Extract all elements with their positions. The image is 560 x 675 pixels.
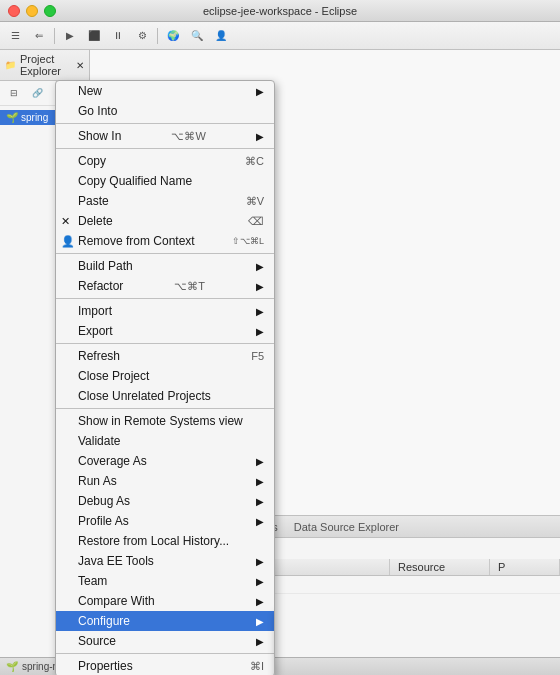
toolbar-btn-3[interactable]: ▶ — [59, 26, 81, 46]
menu-item-coverage-as-label: Coverage As — [78, 454, 147, 468]
refresh-shortcut: F5 — [251, 350, 264, 362]
menu-item-showin[interactable]: Show In ⌥⌘W ▶ — [56, 126, 274, 146]
arrow-debug: ▶ — [256, 496, 264, 507]
menu-item-copy-qualified-label: Copy Qualified Name — [78, 174, 192, 188]
context-menu: New ▶ Go Into Show In ⌥⌘W ▶ Copy ⌘C Copy… — [55, 80, 275, 675]
arrow-icon: ▶ — [256, 86, 264, 97]
tab-datasource[interactable]: Data Source Explorer — [286, 516, 407, 537]
delete-icon: ✕ — [61, 215, 70, 228]
menu-item-new-label: New — [78, 84, 102, 98]
menu-item-source[interactable]: Source ▶ — [56, 631, 274, 651]
separator-1 — [56, 123, 274, 124]
separator-3 — [56, 253, 274, 254]
row-resource — [390, 576, 490, 593]
toolbar-btn-9[interactable]: 👤 — [210, 26, 232, 46]
arrow-source: ▶ — [256, 636, 264, 647]
menu-item-validate-label: Validate — [78, 434, 120, 448]
arrow-coverage: ▶ — [256, 456, 264, 467]
close-button[interactable] — [8, 5, 20, 17]
separator-4 — [56, 298, 274, 299]
arrow-refactor: ▶ — [256, 281, 264, 292]
menu-item-buildpath[interactable]: Build Path ▶ — [56, 256, 274, 276]
menu-item-configure[interactable]: Configure ▶ Configure and Detect Nested … — [56, 611, 274, 631]
menu-item-restore-local-label: Restore from Local History... — [78, 534, 229, 548]
arrow-import: ▶ — [256, 306, 264, 317]
maximize-button[interactable] — [44, 5, 56, 17]
menu-item-import-label: Import — [78, 304, 112, 318]
menu-item-java-ee-label: Java EE Tools — [78, 554, 154, 568]
menu-item-paste-label: Paste — [78, 194, 109, 208]
paste-shortcut: ⌘V — [246, 195, 264, 208]
title-bar: eclipse-jee-workspace - Eclipse — [0, 0, 560, 22]
panel-icon: 📁 — [5, 60, 16, 70]
toolbar-btn-2[interactable]: ⇐ — [28, 26, 50, 46]
separator-2 — [56, 148, 274, 149]
menu-item-close-unrelated[interactable]: Close Unrelated Projects — [56, 386, 274, 406]
toolbar-btn-4[interactable]: ⬛ — [83, 26, 105, 46]
menu-item-close-project[interactable]: Close Project — [56, 366, 274, 386]
menu-item-gointo-label: Go Into — [78, 104, 117, 118]
toolbar-btn-6[interactable]: ⚙ — [131, 26, 153, 46]
menu-item-copy-qualified[interactable]: Copy Qualified Name — [56, 171, 274, 191]
menu-item-refresh[interactable]: Refresh F5 — [56, 346, 274, 366]
menu-item-team[interactable]: Team ▶ — [56, 571, 274, 591]
toolbar-btn-7[interactable]: 🌍 — [162, 26, 184, 46]
minimize-button[interactable] — [26, 5, 38, 17]
row-path — [490, 576, 560, 593]
remove-context-icon: 👤 — [61, 235, 75, 248]
panel-title: Project Explorer — [20, 53, 76, 77]
arrow-icon-showin: ▶ — [256, 131, 264, 142]
menu-item-showin-label: Show In — [78, 129, 121, 143]
toolbar-sep-2 — [157, 28, 158, 44]
menu-item-export-label: Export — [78, 324, 113, 338]
toolbar-btn-8[interactable]: 🔍 — [186, 26, 208, 46]
separator-5 — [56, 343, 274, 344]
menu-item-remove-context-label: Remove from Context — [78, 234, 195, 248]
menu-item-compare-label: Compare With — [78, 594, 155, 608]
traffic-lights — [8, 5, 56, 17]
window-title: eclipse-jee-workspace - Eclipse — [203, 5, 357, 17]
menu-item-export[interactable]: Export ▶ — [56, 321, 274, 341]
copy-shortcut: ⌘C — [245, 155, 264, 168]
menu-item-java-ee[interactable]: Java EE Tools ▶ — [56, 551, 274, 571]
menu-item-compare[interactable]: Compare With ▶ — [56, 591, 274, 611]
menu-item-remove-context[interactable]: 👤 Remove from Context ⇧⌥⌘L — [56, 231, 274, 251]
menu-item-coverage-as[interactable]: Coverage As ▶ — [56, 451, 274, 471]
link-editor-btn[interactable]: 🔗 — [26, 83, 48, 103]
delete-shortcut: ⌫ — [248, 215, 264, 228]
showin-shortcut: ⌥⌘W — [171, 130, 205, 143]
arrow-team: ▶ — [256, 576, 264, 587]
menu-item-source-label: Source — [78, 634, 116, 648]
col-path: P — [490, 559, 560, 575]
menu-item-gointo[interactable]: Go Into — [56, 101, 274, 121]
menu-item-restore-local[interactable]: Restore from Local History... — [56, 531, 274, 551]
arrow-configure: ▶ — [256, 616, 264, 627]
menu-item-run-as[interactable]: Run As ▶ — [56, 471, 274, 491]
menu-item-validate[interactable]: Validate — [56, 431, 274, 451]
menu-item-copy[interactable]: Copy ⌘C — [56, 151, 274, 171]
toolbar-btn-1[interactable]: ☰ — [4, 26, 26, 46]
menu-item-new[interactable]: New ▶ — [56, 81, 274, 101]
menu-item-buildpath-label: Build Path — [78, 259, 133, 273]
toolbar-btn-5[interactable]: ⏸ — [107, 26, 129, 46]
menu-item-properties[interactable]: Properties ⌘I — [56, 656, 274, 675]
panel-header: 📁 Project Explorer ✕ — [0, 50, 89, 81]
menu-item-debug-as[interactable]: Debug As ▶ — [56, 491, 274, 511]
menu-item-delete[interactable]: ✕ Delete ⌫ — [56, 211, 274, 231]
menu-item-close-project-label: Close Project — [78, 369, 149, 383]
collapse-all-btn[interactable]: ⊟ — [3, 83, 25, 103]
separator-7 — [56, 653, 274, 654]
menu-item-import[interactable]: Import ▶ — [56, 301, 274, 321]
separator-6 — [56, 408, 274, 409]
refactor-shortcut: ⌥⌘T — [174, 280, 205, 293]
menu-item-refactor[interactable]: Refactor ⌥⌘T ▶ — [56, 276, 274, 296]
menu-item-team-label: Team — [78, 574, 107, 588]
configure-submenu: Configure and Detect Nested Projects... … — [274, 609, 275, 675]
main-area: 📁 Project Explorer ✕ ⊟ 🔗 ▼ 🌱 spring New … — [0, 50, 560, 675]
menu-item-profile-as[interactable]: Profile As ▶ — [56, 511, 274, 531]
menu-item-profile-as-label: Profile As — [78, 514, 129, 528]
menu-item-refactor-label: Refactor — [78, 279, 123, 293]
menu-item-show-remote[interactable]: Show in Remote Systems view — [56, 411, 274, 431]
menu-item-paste[interactable]: Paste ⌘V — [56, 191, 274, 211]
panel-close[interactable]: ✕ — [76, 60, 84, 71]
